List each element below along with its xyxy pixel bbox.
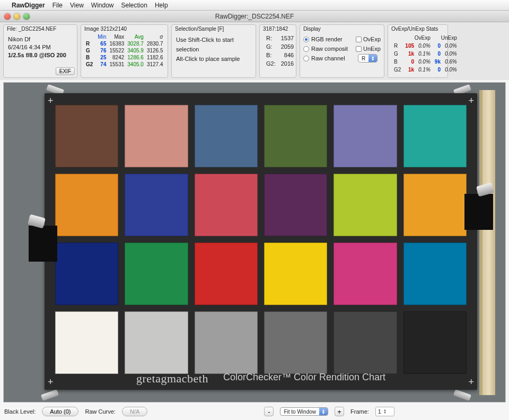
color-swatch — [55, 174, 118, 236]
color-swatch — [264, 105, 327, 167]
checkbox-ovexp[interactable] — [356, 37, 362, 42]
checkbox-unexp[interactable] — [356, 46, 362, 52]
col-unexp: UnExp — [433, 34, 459, 41]
color-swatch — [264, 174, 327, 236]
menu-help[interactable]: Help — [155, 2, 168, 9]
display-panel-header: Display — [303, 26, 381, 32]
black-level-label: Black Level: — [4, 408, 36, 415]
exposure-stats-panel: OvExp/UnExp Stats OvExp UnExp R1050.0%00… — [388, 24, 448, 78]
app-menu[interactable]: RawDigger — [12, 2, 45, 9]
raw-curve-label: Raw Curve: — [85, 408, 115, 415]
photo-canvas: + + + + gretagmacbeth ColorChecker™ Colo… — [8, 85, 501, 400]
channel-select-value: R — [358, 56, 368, 61]
selection-hint-1: Use Shift-Click to start selection — [176, 35, 251, 54]
camera-model: Nikon Df — [8, 35, 73, 43]
label-raw-composite: Raw composit — [311, 46, 348, 52]
window-titlebar: RawDigger:_DSC2254.NEF — [0, 11, 509, 22]
col-max: Max — [108, 33, 126, 40]
col-avg: Avg — [126, 33, 145, 40]
color-swatch — [195, 311, 258, 374]
expstats-table: OvExp UnExp R1050.0%00.0% G1k0.1%00.0% B… — [391, 33, 460, 74]
label-ovexp: OvExp — [363, 36, 381, 42]
color-swatch — [403, 311, 467, 374]
zoom-out-button[interactable]: - — [264, 407, 274, 416]
image-panel-header: Image 3212x2140 — [84, 26, 164, 32]
color-swatch — [125, 311, 188, 374]
color-swatch — [125, 105, 188, 167]
radio-raw-composite[interactable] — [303, 46, 309, 52]
color-swatch — [264, 243, 327, 305]
color-swatch — [195, 174, 258, 236]
info-panel-row: File: _DSC2254.NEF Nikon Df 6/24/16 4:34… — [0, 22, 509, 80]
color-swatch — [334, 105, 397, 167]
radio-rgb-render[interactable] — [303, 37, 309, 42]
frame-value: 1 — [378, 408, 381, 415]
binder-clip-icon — [29, 226, 57, 262]
color-swatch — [195, 243, 258, 305]
mac-menubar: RawDigger File View Window Selection Hel… — [0, 0, 509, 11]
image-stats-panel: Image 3212x2140 Min Max Avg σ R651638330… — [81, 24, 168, 78]
crosshair-icon: + — [48, 95, 54, 106]
color-swatch — [334, 243, 397, 305]
spinner-icon: ▲▼ — [383, 409, 387, 414]
updown-icon: ▲▼ — [368, 55, 377, 62]
selection-hint-2: Alt-Click to place sample — [176, 54, 251, 64]
color-swatch — [403, 105, 467, 167]
color-swatch — [55, 311, 118, 374]
backdrop-edge — [482, 90, 495, 395]
file-panel-header: File: _DSC2254.NEF — [7, 26, 74, 32]
col-ovexp: OvExp — [403, 34, 432, 41]
exposure-settings: 1/2.5s f/8.0 @ISO 200 — [8, 51, 73, 59]
display-panel: Display RGB render OvExp Raw composit — [300, 24, 384, 78]
color-swatch — [334, 174, 397, 236]
image-stats-table: Min Max Avg σ R65163833028.72830.7 G7615… — [84, 33, 164, 68]
label-unexp: UnExp — [363, 46, 381, 52]
raw-curve-button[interactable]: N/A — [122, 407, 147, 416]
menu-selection[interactable]: Selection — [121, 2, 147, 9]
pixel-values: R:1537 G:2059 B:846 G2:2016 — [263, 33, 297, 68]
bottom-bar: Black Level: Auto (0) Raw Curve: N/A - F… — [0, 405, 509, 418]
frame-stepper[interactable]: 1 ▲▼ — [375, 407, 394, 416]
pixel-readout-panel: 3187:1842 R:1537 G:2059 B:846 G2:2016 — [259, 24, 296, 78]
file-panel: File: _DSC2254.NEF Nikon Df 6/24/16 4:34… — [3, 24, 77, 78]
color-swatch — [125, 243, 188, 305]
crosshair-icon: + — [468, 95, 474, 106]
radio-raw-channel[interactable] — [303, 56, 309, 61]
col-sigma: σ — [145, 33, 165, 40]
label-raw-channel: Raw channel — [311, 55, 345, 61]
capture-datetime: 6/24/16 4:34 PM — [8, 43, 73, 51]
backdrop-shadow — [479, 90, 482, 395]
stat-row-g: G — [84, 47, 96, 54]
expstats-header: OvExp/UnExp Stats — [391, 26, 444, 32]
stat-row-g2: G2 — [84, 61, 96, 68]
color-swatch — [334, 311, 397, 374]
menu-window[interactable]: Window — [91, 2, 114, 9]
updown-icon: ▲▼ — [319, 408, 328, 415]
clip-peg-icon — [453, 389, 471, 401]
menu-file[interactable]: File — [52, 2, 63, 9]
color-swatch — [125, 174, 188, 236]
image-viewer[interactable]: + + + + gretagmacbeth ColorChecker™ Colo… — [3, 82, 506, 403]
label-rgb-render: RGB render — [311, 36, 343, 42]
color-swatch — [55, 105, 118, 167]
channel-select[interactable]: R ▲▼ — [358, 54, 378, 62]
color-swatch — [195, 105, 258, 167]
exif-button[interactable]: EXIF — [56, 67, 75, 75]
clip-peg-icon — [41, 389, 59, 401]
menu-view[interactable]: View — [70, 2, 84, 9]
color-swatch — [403, 174, 467, 236]
stat-row-r: R — [84, 40, 96, 47]
zoom-select[interactable]: Fit to Window ▲▼ — [280, 407, 328, 416]
color-swatch — [264, 311, 327, 374]
chart-label: ColorChecker™ Color Rendition Chart — [223, 372, 385, 386]
stat-row-b: B — [84, 54, 96, 61]
color-swatch — [55, 243, 118, 305]
selection-panel: Selection/Sample [F] Use Shift-Click to … — [171, 24, 256, 78]
selection-panel-header: Selection/Sample [F] — [175, 26, 252, 32]
chart-brand: gretagmacbeth — [136, 372, 208, 386]
black-level-button[interactable]: Auto (0) — [42, 407, 78, 416]
zoom-value: Fit to Window — [280, 409, 319, 415]
color-swatch — [403, 243, 467, 305]
frame-label: Frame: — [350, 408, 369, 415]
zoom-in-button[interactable]: + — [335, 407, 344, 416]
